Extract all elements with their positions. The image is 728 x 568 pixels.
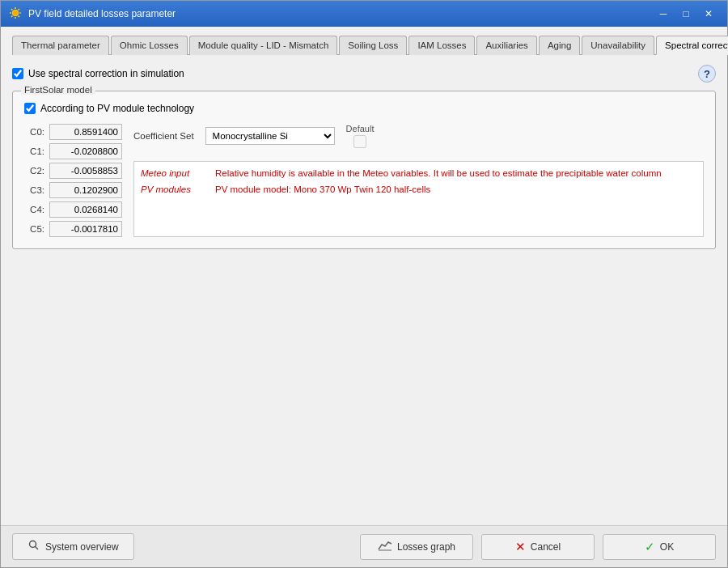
losses-graph-label: Losses graph [397,541,455,553]
coeff-input-c0[interactable] [49,124,122,140]
according-row: According to PV module technology [24,103,704,114]
title-bar: PV field detailed losses parameter ─ □ ✕ [1,1,727,27]
coeff-input-c4[interactable] [49,201,122,218]
coeff-label-c0: C0: [24,127,44,137]
coefficients-list: C0: C1: C2: [24,124,122,237]
tab-iam[interactable]: IAM Losses [408,36,475,55]
tab-spectral[interactable]: Spectral correction [656,36,728,55]
ok-label: OK [660,541,674,553]
coeff-input-c5[interactable] [49,221,122,237]
coeff-label-c2: C2: [24,166,44,176]
info-row-pvmodules: PV modules PV module model: Mono 370 Wp … [141,184,696,194]
svg-line-8 [19,9,20,11]
coeff-label-c5: C5: [24,224,44,234]
coeff-row-c2: C2: [24,163,122,179]
app-icon [9,6,22,22]
info-key-meteo: Meteo input [141,168,205,178]
coeff-row-c4: C4: [24,201,122,218]
right-panel: Coefficient Set Monocrystalline Si Polyc… [133,124,704,237]
system-overview-button[interactable]: System overview [12,533,134,560]
coeff-label-c3: C3: [24,185,44,195]
info-row-meteo: Meteo input Relative humidity is availab… [141,168,696,178]
svg-line-9 [11,15,13,17]
info-box: Meteo input Relative humidity is availab… [133,161,704,237]
title-bar-left: PV field detailed losses parameter [9,6,176,22]
coeff-input-c1[interactable] [49,143,122,159]
info-value-pvmodules: PV module model: Mono 370 Wp Twin 120 ha… [215,184,430,194]
tab-aux[interactable]: Auxiliaries [476,36,536,55]
ok-icon: ✓ [645,540,655,554]
coeff-row-c5: C5: [24,221,122,237]
chart-icon [378,540,392,553]
coeff-input-c2[interactable] [49,163,122,179]
svg-point-1 [13,11,18,15]
close-button[interactable]: ✕ [698,6,719,22]
ok-button[interactable]: ✓ OK [603,534,716,560]
maximize-button[interactable]: □ [675,6,696,22]
spectral-panel: Use spectral correction in simulation ? … [12,55,716,525]
tab-ohmic[interactable]: Ohmic Losses [111,36,188,55]
coeff-label-c4: C4: [24,205,44,214]
coeff-set-row: Coefficient Set Monocrystalline Si Polyc… [133,124,704,148]
svg-line-7 [19,15,20,17]
default-section: Default [346,124,375,148]
tab-quality[interactable]: Module quality - LID - Mismatch [189,36,338,55]
coeff-row-c0: C0: [24,124,122,140]
losses-graph-button[interactable]: Losses graph [360,534,473,560]
svg-point-10 [30,541,36,548]
bottom-bar: System overview Losses graph ✕ Cancel ✓ … [1,525,727,567]
tab-aging[interactable]: Aging [539,36,580,55]
firstsolar-group: FirstSolar model According to PV module … [12,91,716,249]
system-overview-label: System overview [45,541,119,553]
according-checkbox[interactable] [24,103,36,114]
tab-unavail[interactable]: Unavailability [582,36,654,55]
group-title: FirstSolar model [21,85,95,95]
coeff-set-label: Coefficient Set [133,131,194,141]
group-content: According to PV module technology C0: C1… [24,103,704,237]
window-title: PV field detailed losses parameter [28,8,176,19]
svg-line-6 [11,9,13,11]
coeff-row-c3: C3: [24,182,122,198]
use-correction-checkbox[interactable] [12,68,23,79]
use-correction-label: Use spectral correction in simulation [28,68,184,79]
title-bar-controls: ─ □ ✕ [653,6,719,22]
default-checkbox[interactable] [353,135,366,148]
info-value-meteo: Relative humidity is available in the Me… [215,168,662,178]
content-area: Thermal parameter Ohmic Losses Module qu… [1,27,727,525]
coeffs-and-info: C0: C1: C2: [24,124,704,237]
tab-thermal[interactable]: Thermal parameter [12,36,109,55]
main-window: PV field detailed losses parameter ─ □ ✕… [0,0,728,568]
coeff-row-c1: C1: [24,143,122,159]
minimize-button[interactable]: ─ [653,6,674,22]
tab-soiling[interactable]: Soiling Loss [339,36,407,55]
coeff-label-c1: C1: [24,146,44,156]
info-key-pvmodules: PV modules [141,184,205,194]
coeff-input-c3[interactable] [49,182,122,198]
coeff-set-select[interactable]: Monocrystalline Si Polycrystalline Si Cd… [205,127,335,145]
tab-bar: Thermal parameter Ohmic Losses Module qu… [12,35,716,55]
default-label: Default [346,124,375,134]
bottom-right-buttons: Losses graph ✕ Cancel ✓ OK [360,534,716,560]
help-button[interactable]: ? [698,65,716,83]
svg-line-11 [36,547,39,550]
use-correction-row: Use spectral correction in simulation ? [12,65,716,83]
cancel-icon: ✕ [515,540,526,554]
search-icon [28,539,40,554]
cancel-label: Cancel [531,541,561,553]
according-label: According to PV module technology [40,103,194,114]
cancel-button[interactable]: ✕ Cancel [481,534,595,560]
